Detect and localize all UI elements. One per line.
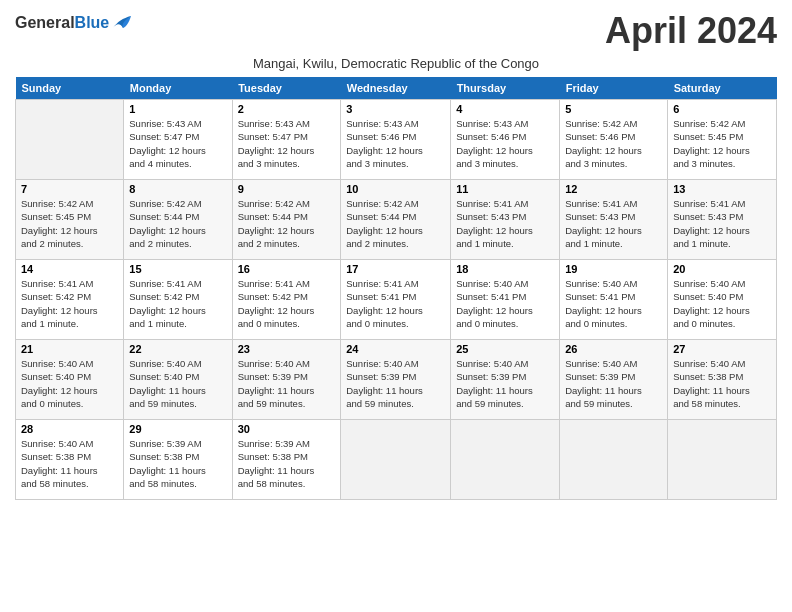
day-info: Sunrise: 5:40 AMSunset: 5:41 PMDaylight:… bbox=[565, 277, 662, 330]
calendar-body: 1Sunrise: 5:43 AMSunset: 5:47 PMDaylight… bbox=[16, 100, 777, 500]
calendar-cell: 16Sunrise: 5:41 AMSunset: 5:42 PMDayligh… bbox=[232, 260, 341, 340]
header: GeneralBlue April 2024 bbox=[15, 10, 777, 52]
calendar-cell: 12Sunrise: 5:41 AMSunset: 5:43 PMDayligh… bbox=[560, 180, 668, 260]
day-info: Sunrise: 5:43 AMSunset: 5:46 PMDaylight:… bbox=[456, 117, 554, 170]
weekday-header-thursday: Thursday bbox=[451, 77, 560, 100]
calendar-cell: 9Sunrise: 5:42 AMSunset: 5:44 PMDaylight… bbox=[232, 180, 341, 260]
day-number: 15 bbox=[129, 263, 226, 275]
day-number: 17 bbox=[346, 263, 445, 275]
weekday-header-monday: Monday bbox=[124, 77, 232, 100]
calendar-cell: 5Sunrise: 5:42 AMSunset: 5:46 PMDaylight… bbox=[560, 100, 668, 180]
day-number: 26 bbox=[565, 343, 662, 355]
calendar-cell: 11Sunrise: 5:41 AMSunset: 5:43 PMDayligh… bbox=[451, 180, 560, 260]
day-number: 3 bbox=[346, 103, 445, 115]
day-info: Sunrise: 5:40 AMSunset: 5:38 PMDaylight:… bbox=[21, 437, 118, 490]
subtitle: Mangai, Kwilu, Democratic Republic of th… bbox=[15, 56, 777, 71]
logo: GeneralBlue bbox=[15, 14, 133, 32]
day-info: Sunrise: 5:40 AMSunset: 5:40 PMDaylight:… bbox=[129, 357, 226, 410]
calendar-cell: 14Sunrise: 5:41 AMSunset: 5:42 PMDayligh… bbox=[16, 260, 124, 340]
calendar-cell bbox=[668, 420, 777, 500]
day-number: 7 bbox=[21, 183, 118, 195]
calendar-week-3: 14Sunrise: 5:41 AMSunset: 5:42 PMDayligh… bbox=[16, 260, 777, 340]
logo-blue: Blue bbox=[75, 14, 110, 31]
day-info: Sunrise: 5:40 AMSunset: 5:39 PMDaylight:… bbox=[346, 357, 445, 410]
calendar-cell: 24Sunrise: 5:40 AMSunset: 5:39 PMDayligh… bbox=[341, 340, 451, 420]
day-number: 28 bbox=[21, 423, 118, 435]
day-number: 12 bbox=[565, 183, 662, 195]
day-number: 30 bbox=[238, 423, 336, 435]
day-number: 6 bbox=[673, 103, 771, 115]
calendar-cell: 26Sunrise: 5:40 AMSunset: 5:39 PMDayligh… bbox=[560, 340, 668, 420]
calendar-cell: 15Sunrise: 5:41 AMSunset: 5:42 PMDayligh… bbox=[124, 260, 232, 340]
calendar-week-2: 7Sunrise: 5:42 AMSunset: 5:45 PMDaylight… bbox=[16, 180, 777, 260]
calendar-cell bbox=[16, 100, 124, 180]
day-info: Sunrise: 5:42 AMSunset: 5:44 PMDaylight:… bbox=[238, 197, 336, 250]
calendar-cell: 2Sunrise: 5:43 AMSunset: 5:47 PMDaylight… bbox=[232, 100, 341, 180]
day-info: Sunrise: 5:40 AMSunset: 5:39 PMDaylight:… bbox=[565, 357, 662, 410]
day-number: 13 bbox=[673, 183, 771, 195]
day-info: Sunrise: 5:42 AMSunset: 5:45 PMDaylight:… bbox=[673, 117, 771, 170]
day-number: 14 bbox=[21, 263, 118, 275]
calendar-cell: 30Sunrise: 5:39 AMSunset: 5:38 PMDayligh… bbox=[232, 420, 341, 500]
calendar-cell: 6Sunrise: 5:42 AMSunset: 5:45 PMDaylight… bbox=[668, 100, 777, 180]
calendar-cell bbox=[560, 420, 668, 500]
calendar-cell bbox=[341, 420, 451, 500]
calendar-cell: 18Sunrise: 5:40 AMSunset: 5:41 PMDayligh… bbox=[451, 260, 560, 340]
calendar-cell: 4Sunrise: 5:43 AMSunset: 5:46 PMDaylight… bbox=[451, 100, 560, 180]
calendar-cell: 21Sunrise: 5:40 AMSunset: 5:40 PMDayligh… bbox=[16, 340, 124, 420]
calendar-cell: 17Sunrise: 5:41 AMSunset: 5:41 PMDayligh… bbox=[341, 260, 451, 340]
day-info: Sunrise: 5:42 AMSunset: 5:46 PMDaylight:… bbox=[565, 117, 662, 170]
day-number: 22 bbox=[129, 343, 226, 355]
day-info: Sunrise: 5:39 AMSunset: 5:38 PMDaylight:… bbox=[129, 437, 226, 490]
calendar-cell: 29Sunrise: 5:39 AMSunset: 5:38 PMDayligh… bbox=[124, 420, 232, 500]
day-info: Sunrise: 5:40 AMSunset: 5:41 PMDaylight:… bbox=[456, 277, 554, 330]
calendar-table: SundayMondayTuesdayWednesdayThursdayFrid… bbox=[15, 77, 777, 500]
calendar-cell: 23Sunrise: 5:40 AMSunset: 5:39 PMDayligh… bbox=[232, 340, 341, 420]
day-number: 20 bbox=[673, 263, 771, 275]
calendar-cell: 13Sunrise: 5:41 AMSunset: 5:43 PMDayligh… bbox=[668, 180, 777, 260]
day-info: Sunrise: 5:43 AMSunset: 5:46 PMDaylight:… bbox=[346, 117, 445, 170]
calendar-cell: 1Sunrise: 5:43 AMSunset: 5:47 PMDaylight… bbox=[124, 100, 232, 180]
weekday-header-tuesday: Tuesday bbox=[232, 77, 341, 100]
calendar-cell: 20Sunrise: 5:40 AMSunset: 5:40 PMDayligh… bbox=[668, 260, 777, 340]
day-number: 11 bbox=[456, 183, 554, 195]
calendar-week-5: 28Sunrise: 5:40 AMSunset: 5:38 PMDayligh… bbox=[16, 420, 777, 500]
day-number: 25 bbox=[456, 343, 554, 355]
day-number: 23 bbox=[238, 343, 336, 355]
calendar-cell: 22Sunrise: 5:40 AMSunset: 5:40 PMDayligh… bbox=[124, 340, 232, 420]
day-info: Sunrise: 5:41 AMSunset: 5:42 PMDaylight:… bbox=[21, 277, 118, 330]
calendar-cell: 25Sunrise: 5:40 AMSunset: 5:39 PMDayligh… bbox=[451, 340, 560, 420]
calendar-cell: 19Sunrise: 5:40 AMSunset: 5:41 PMDayligh… bbox=[560, 260, 668, 340]
day-info: Sunrise: 5:41 AMSunset: 5:42 PMDaylight:… bbox=[129, 277, 226, 330]
day-info: Sunrise: 5:40 AMSunset: 5:40 PMDaylight:… bbox=[673, 277, 771, 330]
day-info: Sunrise: 5:40 AMSunset: 5:40 PMDaylight:… bbox=[21, 357, 118, 410]
day-number: 24 bbox=[346, 343, 445, 355]
calendar-cell: 7Sunrise: 5:42 AMSunset: 5:45 PMDaylight… bbox=[16, 180, 124, 260]
day-number: 16 bbox=[238, 263, 336, 275]
day-info: Sunrise: 5:42 AMSunset: 5:44 PMDaylight:… bbox=[129, 197, 226, 250]
calendar-week-1: 1Sunrise: 5:43 AMSunset: 5:47 PMDaylight… bbox=[16, 100, 777, 180]
day-info: Sunrise: 5:40 AMSunset: 5:39 PMDaylight:… bbox=[456, 357, 554, 410]
calendar-cell bbox=[451, 420, 560, 500]
day-number: 21 bbox=[21, 343, 118, 355]
day-number: 29 bbox=[129, 423, 226, 435]
calendar-week-4: 21Sunrise: 5:40 AMSunset: 5:40 PMDayligh… bbox=[16, 340, 777, 420]
day-number: 5 bbox=[565, 103, 662, 115]
day-number: 18 bbox=[456, 263, 554, 275]
calendar-cell: 28Sunrise: 5:40 AMSunset: 5:38 PMDayligh… bbox=[16, 420, 124, 500]
day-info: Sunrise: 5:41 AMSunset: 5:43 PMDaylight:… bbox=[673, 197, 771, 250]
day-info: Sunrise: 5:41 AMSunset: 5:43 PMDaylight:… bbox=[456, 197, 554, 250]
weekday-header-sunday: Sunday bbox=[16, 77, 124, 100]
calendar-header-row: SundayMondayTuesdayWednesdayThursdayFrid… bbox=[16, 77, 777, 100]
day-info: Sunrise: 5:40 AMSunset: 5:38 PMDaylight:… bbox=[673, 357, 771, 410]
logo-bird-icon bbox=[111, 14, 133, 32]
weekday-header-saturday: Saturday bbox=[668, 77, 777, 100]
calendar-cell: 27Sunrise: 5:40 AMSunset: 5:38 PMDayligh… bbox=[668, 340, 777, 420]
day-number: 2 bbox=[238, 103, 336, 115]
day-info: Sunrise: 5:41 AMSunset: 5:42 PMDaylight:… bbox=[238, 277, 336, 330]
day-info: Sunrise: 5:43 AMSunset: 5:47 PMDaylight:… bbox=[238, 117, 336, 170]
day-info: Sunrise: 5:41 AMSunset: 5:41 PMDaylight:… bbox=[346, 277, 445, 330]
calendar-cell: 8Sunrise: 5:42 AMSunset: 5:44 PMDaylight… bbox=[124, 180, 232, 260]
day-number: 4 bbox=[456, 103, 554, 115]
day-number: 8 bbox=[129, 183, 226, 195]
